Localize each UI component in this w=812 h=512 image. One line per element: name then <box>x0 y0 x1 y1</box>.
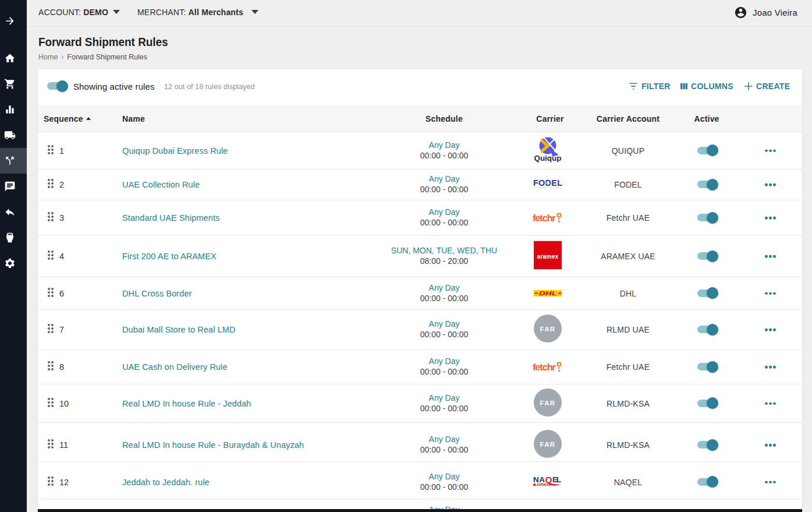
svg-text:fetchr: fetchr <box>533 362 556 372</box>
svg-text:Quiqup: Quiqup <box>534 154 561 163</box>
svg-text:EXPRESS: EXPRESS <box>537 483 551 486</box>
svg-text:DHL: DHL <box>538 290 558 296</box>
svg-text:FAR: FAR <box>540 441 556 448</box>
svg-text:fetchr: fetchr <box>533 213 556 223</box>
svg-text:EL: EL <box>552 475 561 484</box>
svg-text:FAR: FAR <box>540 399 556 406</box>
svg-text:FAR: FAR <box>540 326 556 333</box>
svg-text:aramex: aramex <box>537 253 559 260</box>
svg-text:FORWARD DELIVERY: FORWARD DELIVERY <box>534 186 561 189</box>
